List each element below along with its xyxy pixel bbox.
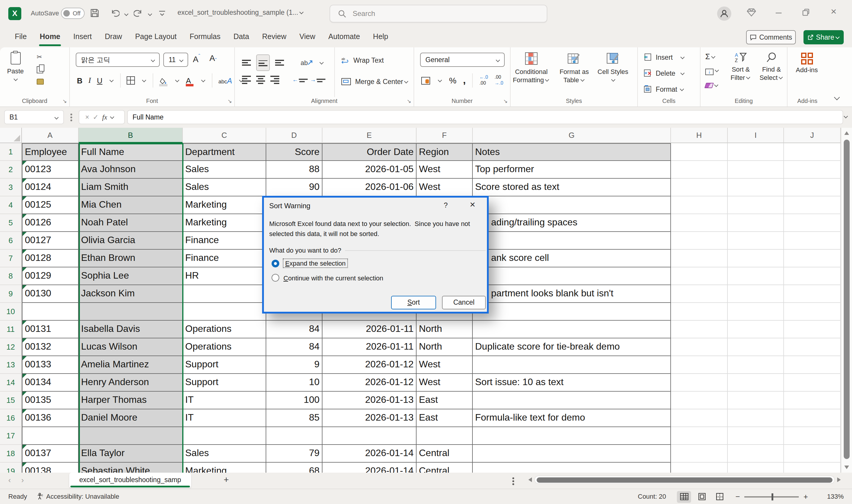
cell-H5[interactable] [671,214,728,232]
fx-dropdown-icon[interactable] [110,115,114,119]
zoom-slider-handle[interactable] [772,493,773,501]
row-header-10[interactable]: 10 [0,303,22,321]
cell-I8[interactable] [728,267,784,285]
cell-G6[interactable] [473,232,671,250]
sheet-tab-active[interactable]: excel_sort_troubleshooting_samp [69,473,191,488]
redo-icon[interactable] [134,8,144,19]
tab-view[interactable]: View [293,28,322,47]
formula-bar-splitter[interactable] [70,113,72,123]
cell-I6[interactable] [728,232,784,250]
cell-F2[interactable]: West [417,161,473,179]
clipboard-dialog-launcher-icon[interactable]: ↘ [62,98,67,104]
fill-color-icon[interactable] [159,76,168,85]
row-header-6[interactable]: 6 [0,232,22,250]
cell-A4[interactable]: 00125 [22,196,79,214]
account-avatar[interactable] [717,6,731,21]
bold-button[interactable]: B [77,76,83,85]
cell-G17[interactable] [473,427,671,445]
cell-I9[interactable] [728,285,784,303]
conditional-formatting-button[interactable]: Conditional Formatting [511,52,552,84]
cancel-entry-icon[interactable]: × [85,113,89,121]
align-middle-icon[interactable] [256,54,270,71]
cell-I1[interactable] [728,143,784,161]
scroll-right-icon[interactable] [837,478,841,482]
increase-decimal-icon[interactable]: .00→.0 [495,75,503,86]
column-header-B[interactable]: B [79,128,183,143]
cell-J4[interactable] [784,196,841,214]
cell-C11[interactable]: Operations [183,321,266,338]
cell-A9[interactable]: 00130 [22,285,79,303]
cell-B13[interactable]: Amelia Martinez [79,356,183,374]
paste-button[interactable]: Paste [7,52,24,84]
cell-D18[interactable]: 79 [266,445,323,463]
cell-J16[interactable] [784,409,841,427]
row-header-19[interactable]: 19 [0,463,22,473]
cell-H12[interactable] [671,338,728,356]
cell-B18[interactable]: Ella Taylor [79,445,183,463]
cell-A16[interactable]: 00136 [22,409,79,427]
cell-I10[interactable] [728,303,784,321]
cell-C1[interactable]: Department [183,143,266,161]
cell-B9[interactable]: Jackson Kim [79,285,183,303]
format-as-table-button[interactable]: Format as Table [555,52,594,84]
cell-H13[interactable] [671,356,728,374]
cell-C3[interactable]: Sales [183,179,266,196]
comma-style-icon[interactable]: , [463,74,466,86]
undo-icon[interactable] [110,8,121,19]
cell-A10[interactable] [22,303,79,321]
cell-F11[interactable]: North [417,321,473,338]
cell-E18[interactable]: 2026-01-14 [323,445,417,463]
cell-H11[interactable] [671,321,728,338]
fill-color-dropdown-icon[interactable] [175,78,179,82]
cell-H3[interactable] [671,179,728,196]
page-break-view-button[interactable] [712,491,727,503]
cell-E2[interactable]: 2026-01-05 [323,161,417,179]
cell-J10[interactable] [784,303,841,321]
add-sheet-icon[interactable]: + [224,474,229,485]
cell-G14[interactable]: Sort issue: 10 as text [473,374,671,392]
cell-D1[interactable]: Score [266,143,323,161]
cell-B10[interactable] [79,303,183,321]
cell-B12[interactable]: Lucas Wilson [79,338,183,356]
row-header-9[interactable]: 9 [0,285,22,303]
clear-button[interactable] [705,80,720,90]
cell-A8[interactable]: 00129 [22,267,79,285]
cell-D2[interactable]: 88 [266,161,323,179]
cell-J3[interactable] [784,179,841,196]
cell-J19[interactable] [784,463,841,473]
delete-cells-button[interactable]: Delete [644,69,686,77]
expand-formula-bar-icon[interactable] [844,114,848,118]
search-input[interactable]: Search [329,5,547,22]
cell-B1[interactable]: Full Name [79,143,183,161]
cell-E11[interactable]: 2026-01-11 [323,321,417,338]
cell-G15[interactable] [473,392,671,409]
align-right-icon[interactable] [270,76,279,84]
cell-A6[interactable]: 00127 [22,232,79,250]
font-name-select[interactable]: 맑은 고딕 [76,53,160,67]
cell-J7[interactable] [784,250,841,267]
cell-F12[interactable]: North [417,338,473,356]
horizontal-scroll-thumb[interactable] [537,478,833,483]
cell-J18[interactable] [784,445,841,463]
cell-G16[interactable]: Formula-like text for demo [473,409,671,427]
scroll-left-icon[interactable] [528,478,532,482]
tab-insert[interactable]: Insert [67,28,98,47]
borders-dropdown-icon[interactable] [142,78,146,82]
font-size-select[interactable]: 11 [163,53,188,67]
cell-styles-button[interactable]: Cell Styles [596,52,630,84]
cell-G11[interactable] [473,321,671,338]
cell-J14[interactable] [784,374,841,392]
increase-indent-icon[interactable]: → [310,77,323,83]
cell-D14[interactable]: 10 [266,374,323,392]
cell-F15[interactable]: East [417,392,473,409]
cell-A5[interactable]: 00126 [22,214,79,232]
cell-I14[interactable] [728,374,784,392]
normal-view-button[interactable] [677,491,691,503]
cell-E12[interactable]: 2026-01-11 [323,338,417,356]
cell-E19[interactable]: 2026-01-14 [323,463,417,473]
cell-C14[interactable]: Support [183,374,266,392]
cell-B8[interactable]: Sophia Lee [79,267,183,285]
undo-dropdown-icon[interactable] [124,12,128,16]
tab-review[interactable]: Review [256,28,293,47]
shrink-font-button[interactable]: Aˇ [210,53,217,63]
